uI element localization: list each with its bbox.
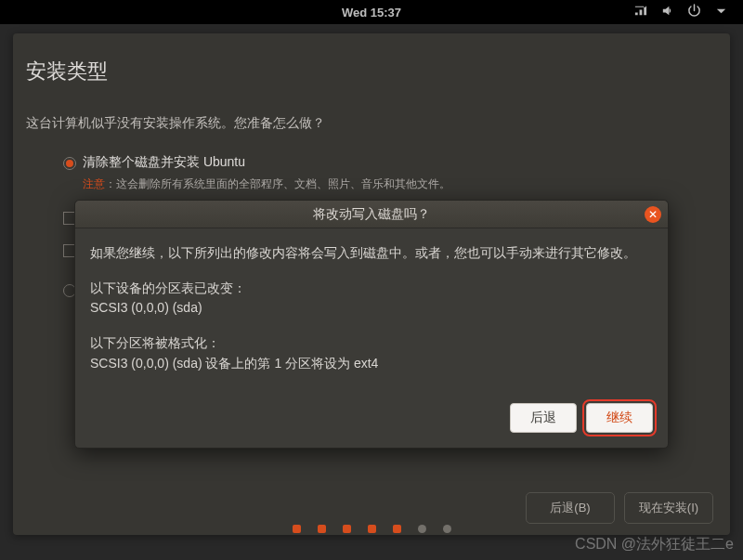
section-line: SCSI3 (0,0,0) (sda) 设备上的第 1 分区将设为 ext4 <box>90 354 653 374</box>
watermark: CSDN @法外狂徒王二e <box>575 535 734 554</box>
partitions-formatted: 以下分区将被格式化： SCSI3 (0,0,0) (sda) 设备上的第 1 分… <box>90 333 653 373</box>
dialog-continue-button[interactable]: 继续 <box>586 403 653 433</box>
dialog-title: 将改动写入磁盘吗？ <box>313 206 430 223</box>
dialog-header: 将改动写入磁盘吗？ ✕ <box>75 201 668 228</box>
close-icon[interactable]: ✕ <box>645 206 661 223</box>
dialog-intro: 如果您继续，以下所列出的修改内容将会写入到磁盘中。或者，您也可以手动来进行其它修… <box>90 243 653 264</box>
section-heading: 以下分区将被格式化： <box>90 333 653 354</box>
dialog-back-button[interactable]: 后退 <box>510 403 577 433</box>
dialog-buttons: 后退 继续 <box>75 399 668 448</box>
partition-table-changed: 以下设备的分区表已改变： SCSI3 (0,0,0) (sda) <box>90 279 653 319</box>
dialog-body: 如果您继续，以下所列出的修改内容将会写入到磁盘中。或者，您也可以手动来进行其它修… <box>75 228 668 399</box>
section-heading: 以下设备的分区表已改变： <box>90 279 653 299</box>
section-line: SCSI3 (0,0,0) (sda) <box>90 298 653 319</box>
confirm-dialog: 将改动写入磁盘吗？ ✕ 如果您继续，以下所列出的修改内容将会写入到磁盘中。或者，… <box>74 200 669 449</box>
